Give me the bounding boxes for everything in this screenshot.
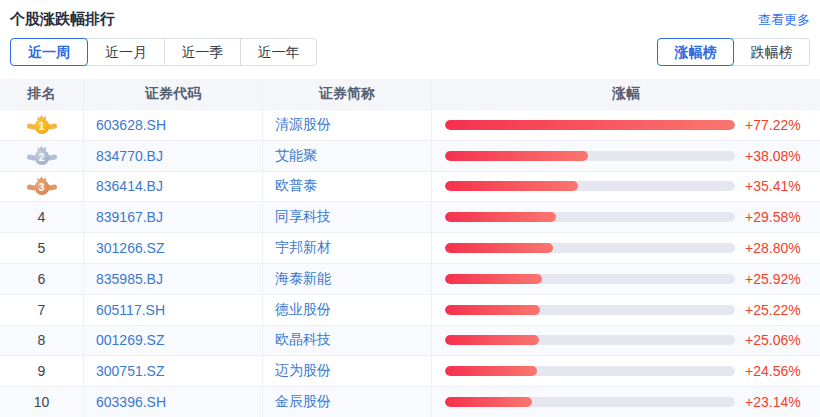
change-bar xyxy=(445,212,556,222)
stock-name-link[interactable]: 同享科技 xyxy=(263,202,432,232)
change-value: +35.41% xyxy=(745,178,801,194)
table-body: 1603628.SH清源股份+77.22%2834770.BJ艾能聚+38.08… xyxy=(0,110,820,417)
change-value: +23.14% xyxy=(745,394,801,410)
table-row[interactable]: 10603396.SH金辰股份+23.14% xyxy=(0,387,820,417)
change-value: +38.08% xyxy=(745,148,801,164)
stock-code-link[interactable]: 603396.SH xyxy=(84,387,263,417)
rank-cell: 4 xyxy=(0,202,84,232)
stock-name-link[interactable]: 欧晶科技 xyxy=(263,326,432,356)
stock-code-link[interactable]: 836414.BJ xyxy=(84,172,263,202)
table-row[interactable]: 2834770.BJ艾能聚+38.08% xyxy=(0,141,820,172)
stock-code-link[interactable]: 834770.BJ xyxy=(84,141,263,171)
stock-code-link[interactable]: 300751.SZ xyxy=(84,356,263,386)
change-cell: +35.41% xyxy=(432,172,820,202)
change-cell: +25.92% xyxy=(432,264,820,294)
silver-medal-icon: 2 xyxy=(26,146,58,166)
period-tab-2[interactable]: 近一季 xyxy=(164,39,240,65)
change-cell: +24.56% xyxy=(432,356,820,386)
rank-cell: 8 xyxy=(0,326,84,356)
column-header-1: 证券代码 xyxy=(84,79,263,109)
rank-cell: 2 xyxy=(0,141,84,171)
change-value: +77.22% xyxy=(745,117,801,133)
change-cell: +77.22% xyxy=(432,110,820,140)
stock-name-link[interactable]: 金辰股份 xyxy=(263,387,432,417)
change-value: +28.80% xyxy=(745,240,801,256)
stock-code-link[interactable]: 001269.SZ xyxy=(84,326,263,356)
stock-name-link[interactable]: 艾能聚 xyxy=(263,141,432,171)
period-tab-1[interactable]: 近一月 xyxy=(88,39,164,65)
bronze-medal-icon: 3 xyxy=(26,176,58,196)
rank-cell: 6 xyxy=(0,264,84,294)
table-row[interactable]: 5301266.SZ宇邦新材+28.80% xyxy=(0,233,820,264)
rank-cell: 9 xyxy=(0,356,84,386)
period-tab-0[interactable]: 近一周 xyxy=(10,38,88,66)
stock-code-link[interactable]: 301266.SZ xyxy=(84,233,263,263)
medal-rank-number: 2 xyxy=(34,150,49,165)
stock-name-link[interactable]: 欧普泰 xyxy=(263,172,432,202)
change-bar xyxy=(445,366,537,376)
period-tab-3[interactable]: 近一年 xyxy=(240,39,316,65)
stock-code-link[interactable]: 603628.SH xyxy=(84,110,263,140)
stock-code-link[interactable]: 835985.BJ xyxy=(84,264,263,294)
change-value: +24.56% xyxy=(745,363,801,379)
rank-cell: 1 xyxy=(0,110,84,140)
change-bar-track xyxy=(445,212,735,222)
change-value: +25.22% xyxy=(745,302,801,318)
stock-name-link[interactable]: 德业股份 xyxy=(263,295,432,325)
stock-name-link[interactable]: 海泰新能 xyxy=(263,264,432,294)
table-row[interactable]: 4839167.BJ同享科技+29.58% xyxy=(0,202,820,233)
stock-name-link[interactable]: 宇邦新材 xyxy=(263,233,432,263)
change-cell: +25.22% xyxy=(432,295,820,325)
change-bar-track xyxy=(445,274,735,284)
change-cell: +23.14% xyxy=(432,387,820,417)
rank-cell: 3 xyxy=(0,172,84,202)
change-bar-track xyxy=(445,335,735,345)
column-header-2: 证券简称 xyxy=(263,79,432,109)
table-row[interactable]: 6835985.BJ海泰新能+25.92% xyxy=(0,264,820,295)
column-header-3: 涨幅 xyxy=(432,79,820,109)
rank-cell: 7 xyxy=(0,295,84,325)
table-header-row: 排名证券代码证券简称涨幅 xyxy=(0,79,820,110)
rank-cell: 5 xyxy=(0,233,84,263)
medal-rank-number: 3 xyxy=(34,180,49,195)
medal-rank-number: 1 xyxy=(34,119,49,134)
board-tab-1[interactable]: 跌幅榜 xyxy=(734,39,809,65)
page-title: 个股涨跌幅排行 xyxy=(10,10,115,29)
widget-header: 个股涨跌幅排行 查看更多 近一周近一月近一季近一年 涨幅榜跌幅榜 xyxy=(0,0,820,66)
change-bar xyxy=(445,305,540,315)
change-bar-track xyxy=(445,151,735,161)
change-bar xyxy=(445,243,553,253)
stock-name-link[interactable]: 迈为股份 xyxy=(263,356,432,386)
change-bar xyxy=(445,120,735,130)
change-bar-track xyxy=(445,397,735,407)
table-row[interactable]: 3836414.BJ欧普泰+35.41% xyxy=(0,172,820,203)
table-row[interactable]: 7605117.SH德业股份+25.22% xyxy=(0,295,820,326)
change-cell: +38.08% xyxy=(432,141,820,171)
change-bar-track xyxy=(445,181,735,191)
change-bar-track xyxy=(445,243,735,253)
period-tab-group: 近一周近一月近一季近一年 xyxy=(10,38,317,66)
gold-medal-icon: 1 xyxy=(26,115,58,135)
change-cell: +25.06% xyxy=(432,326,820,356)
table-row[interactable]: 8001269.SZ欧晶科技+25.06% xyxy=(0,326,820,357)
change-bar xyxy=(445,335,539,345)
stock-name-link[interactable]: 清源股份 xyxy=(263,110,432,140)
change-value: +25.06% xyxy=(745,332,801,348)
change-bar xyxy=(445,151,588,161)
change-bar-track xyxy=(445,120,735,130)
view-more-link[interactable]: 查看更多 xyxy=(758,11,810,29)
change-bar-track xyxy=(445,366,735,376)
change-bar xyxy=(445,181,578,191)
board-tab-group: 涨幅榜跌幅榜 xyxy=(657,38,810,66)
change-cell: +28.80% xyxy=(432,233,820,263)
stock-code-link[interactable]: 605117.SH xyxy=(84,295,263,325)
table-row[interactable]: 9300751.SZ迈为股份+24.56% xyxy=(0,356,820,387)
change-value: +29.58% xyxy=(745,209,801,225)
change-bar xyxy=(445,274,542,284)
stock-code-link[interactable]: 839167.BJ xyxy=(84,202,263,232)
board-tab-0[interactable]: 涨幅榜 xyxy=(657,38,734,66)
table-row[interactable]: 1603628.SH清源股份+77.22% xyxy=(0,110,820,141)
change-value: +25.92% xyxy=(745,271,801,287)
change-bar-track xyxy=(445,305,735,315)
change-cell: +29.58% xyxy=(432,202,820,232)
